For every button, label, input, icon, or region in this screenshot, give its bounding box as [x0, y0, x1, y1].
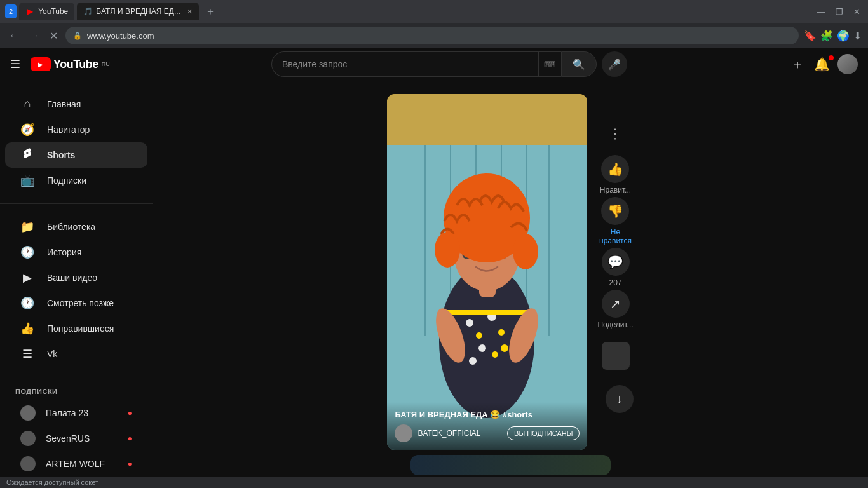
url-box[interactable]: 🔒 www.youtube.com: [65, 27, 799, 44]
your-videos-icon: ▶: [20, 271, 34, 285]
like-button[interactable]: 👍: [601, 155, 629, 183]
youtube-favicon: ▶: [25, 7, 34, 16]
close-button[interactable]: ✕: [851, 7, 863, 17]
reload-button[interactable]: ✕: [47, 27, 60, 44]
comments-button[interactable]: 💬: [602, 248, 630, 276]
window-controls: — ❐ ✕: [815, 7, 863, 17]
video-title-overlay: БАТЯ И ВРЕДНАЯ ЕДА 😂 #shorts: [395, 410, 580, 419]
header-actions: ＋ 🔔: [789, 53, 858, 76]
back-button[interactable]: ←: [6, 27, 22, 44]
tab-group-2[interactable]: 2: [5, 4, 17, 18]
scroll-down-button[interactable]: ↓: [606, 385, 634, 413]
sub-label-sevenrus: SevenRUS: [46, 433, 90, 444]
sidebar-item-watch-later[interactable]: 🕐 Смотреть позже: [5, 290, 147, 316]
sub-item-palata23[interactable]: Палата 23 ●: [5, 400, 147, 426]
sidebar-nav-library: 📁 Библиотека 🕐 История ▶ Ваши видео 🕐 См…: [0, 209, 153, 372]
yt-logo[interactable]: ▶ YouTubeRU: [31, 57, 110, 71]
video-container: БАТЯ И ВРЕДНАЯ ЕДА 😂 #shorts BATEK_OFFIC…: [387, 94, 633, 450]
sidebar-label-liked: Понравившиеся: [47, 323, 114, 334]
svg-point-15: [469, 357, 477, 365]
sidebar-item-vk[interactable]: ☰ Vk: [5, 341, 147, 367]
sidebar-label-vk: Vk: [47, 349, 57, 359]
new-tab-button[interactable]: ＋: [201, 3, 219, 20]
yt-body: ⌂ Главная 🧭 Навигатор Shorts 📺 Подписки: [0, 81, 868, 488]
sidebar-item-your-videos[interactable]: ▶ Ваши видео: [5, 265, 147, 290]
sidebar-label-explore: Навигатор: [47, 125, 90, 135]
yt-header: ☰ ▶ YouTubeRU ⌨ 🔍 🎤 ＋ 🔔: [0, 48, 868, 81]
sub-item-sevenrus[interactable]: SevenRUS ●: [5, 426, 147, 451]
close-tab-icon[interactable]: ✕: [187, 8, 193, 16]
svg-rect-17: [444, 310, 530, 315]
subscriptions-icon: 📺: [20, 173, 34, 187]
sidebar-item-home[interactable]: ⌂ Главная: [5, 92, 147, 117]
video-channel-row: BATEK_OFFICIAL ВЫ ПОДПИСАНЫ: [395, 424, 580, 442]
liked-icon: 👍: [20, 322, 34, 336]
sidebar-item-history[interactable]: 🕐 История: [5, 240, 147, 265]
sidebar-item-library[interactable]: 📁 Библиотека: [5, 214, 147, 240]
active-tab-favicon: 🎵: [83, 7, 92, 16]
extension-icon2[interactable]: 🌍: [837, 30, 850, 42]
sidebar-item-liked[interactable]: 👍 Понравившиеся: [5, 316, 147, 341]
comments-group: 💬 207: [602, 248, 630, 287]
svg-point-13: [478, 344, 486, 352]
sub-item-artemwolf[interactable]: ARTEM WOLF ●: [5, 451, 147, 477]
sidebar-label-shorts: Shorts: [47, 150, 75, 160]
restore-button[interactable]: ❐: [833, 7, 846, 17]
next-video-preview[interactable]: [410, 455, 611, 475]
svg-point-16: [501, 344, 508, 352]
search-bar: ⌨ 🔍 🎤: [271, 51, 627, 77]
svg-point-28: [435, 232, 460, 268]
address-bar: ← → ✕ 🔒 www.youtube.com 🔖 🧩 🌍 ⬇: [0, 23, 868, 48]
sidebar-item-explore[interactable]: 🧭 Навигатор: [5, 117, 147, 142]
browser-actions: 🔖 🧩 🌍 ⬇: [804, 30, 862, 42]
lock-icon: 🔒: [73, 32, 82, 40]
mic-button[interactable]: 🎤: [602, 51, 627, 77]
video-person-svg: [387, 94, 587, 450]
sidebar-item-shorts[interactable]: Shorts: [5, 142, 147, 168]
minimize-button[interactable]: —: [815, 7, 828, 17]
tab-active[interactable]: 🎵 БАТЯ И ВРЕДНАЯ ЕД... ✕: [77, 3, 199, 20]
sub-avatar-artemwolf: [20, 456, 36, 471]
sub-avatar-palata23: [20, 405, 36, 421]
bookmark-icon[interactable]: 🔖: [804, 30, 817, 42]
sidebar-divider-1: [0, 203, 153, 204]
tab-youtube[interactable]: ▶ YouTube: [19, 3, 74, 20]
sidebar-label-library: Библиотека: [47, 222, 95, 232]
dislike-button[interactable]: 👎: [601, 197, 629, 225]
main-content: БАТЯ И ВРЕДНАЯ ЕДА 😂 #shorts BATEK_OFFIC…: [153, 81, 868, 488]
watch-later-icon: 🕐: [20, 296, 34, 310]
share-button[interactable]: ↗: [602, 290, 630, 318]
vk-icon: ☰: [20, 347, 34, 361]
more-options-icon[interactable]: ⋯: [607, 127, 624, 141]
sidebar-nav-main: ⌂ Главная 🧭 Навигатор Shorts 📺 Подписки: [0, 86, 153, 198]
forward-button: →: [27, 27, 42, 44]
share-label: Поделит...: [597, 320, 633, 329]
extension-icon[interactable]: 🧩: [820, 30, 833, 42]
share-group: ↗ Поделит...: [597, 290, 633, 329]
create-button[interactable]: ＋: [789, 53, 806, 76]
keyboard-icon[interactable]: ⌨: [538, 51, 561, 77]
user-avatar[interactable]: [837, 54, 858, 74]
menu-hamburger-icon[interactable]: ☰: [10, 57, 20, 71]
download-icon[interactable]: ⬇: [853, 30, 862, 42]
yt-logo-text: YouTube: [53, 58, 98, 71]
subscribe-button[interactable]: ВЫ ПОДПИСАНЫ: [507, 426, 580, 440]
sidebar-divider-2: [0, 377, 153, 377]
sub-live-artemwolf: ●: [128, 459, 132, 468]
status-bar: Ожидается доступный сокет: [0, 477, 868, 488]
shorts-player[interactable]: БАТЯ И ВРЕДНАЯ ЕДА 😂 #shorts BATEK_OFFIC…: [387, 94, 587, 450]
notifications-button[interactable]: 🔔: [811, 57, 832, 72]
browser-chrome: 2 ▶ YouTube 🎵 БАТЯ И ВРЕДНАЯ ЕД... ✕ ＋ —…: [0, 0, 868, 48]
search-button[interactable]: 🔍: [561, 51, 597, 77]
dislike-group: 👎 Ненравится: [599, 197, 632, 245]
sub-live-palata23: ●: [128, 409, 132, 417]
shorts-sidebar-actions: ⋯ 👍 Нравит... 👎 Ненравится 💬 207: [597, 94, 633, 413]
sidebar-item-subscriptions[interactable]: 📺 Подписки: [5, 168, 147, 193]
search-input[interactable]: [271, 51, 538, 77]
svg-rect-0: [387, 94, 587, 145]
play-icon: ▶: [38, 61, 43, 68]
sidebar-label-your-videos: Ваши видео: [47, 273, 97, 283]
url-text: www.youtube.com: [87, 31, 154, 41]
library-icon: 📁: [20, 220, 34, 234]
youtube-app: ☰ ▶ YouTubeRU ⌨ 🔍 🎤 ＋ 🔔: [0, 48, 868, 488]
